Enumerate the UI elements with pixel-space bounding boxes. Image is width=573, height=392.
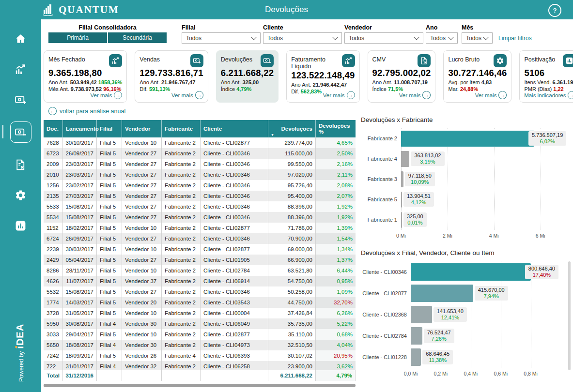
bar[interactable] — [401, 212, 402, 228]
card-more-link[interactable]: Ver mais → — [323, 91, 355, 99]
toggle-primaria[interactable]: Primária — [48, 32, 107, 43]
table-row[interactable]: 762830/10/2017Filial 5Vendedor 10Fabrica… — [44, 137, 356, 148]
col-filial[interactable]: Filial — [97, 120, 122, 137]
cell: Filial 5 — [97, 180, 122, 191]
horizontal-scrollbar[interactable] — [44, 384, 356, 387]
kpi-card-cmv[interactable]: CMV92.795.002,02Ano Ant. 11.008.707,19 Í… — [368, 50, 436, 103]
cell: 66.900,00 — [268, 255, 316, 265]
table-row[interactable]: 115218/02/2017Filial 5Vendedor 10Fabrica… — [44, 223, 356, 233]
table-row[interactable]: 177414/03/2017Filial 5Vendedor 20Fabrica… — [44, 297, 356, 308]
col-vendedor[interactable]: Vendedor — [122, 120, 162, 137]
bar[interactable] — [401, 171, 403, 187]
vendedor-dropdown[interactable]: Todos — [344, 32, 423, 44]
bar[interactable] — [411, 285, 473, 302]
table-row[interactable]: 201023/03/2017Filial 5Vendedor 27Fabrica… — [44, 169, 356, 180]
trend-icon[interactable] — [109, 54, 122, 67]
card-title: Faturamento Líquido — [291, 56, 341, 70]
table-row[interactable]: 125623/02/2017Filial 5Vendedor 27Fabrica… — [44, 180, 356, 191]
sidebar-item-devolucoes[interactable] — [10, 121, 31, 143]
clear-filters-link[interactable]: Limpar filtros — [498, 35, 532, 42]
table-body[interactable]: 762830/10/2017Filial 5Vendedor 10Fabrica… — [44, 137, 356, 370]
col-devolucoes[interactable]: ▼Devoluções — [268, 120, 316, 137]
doc-x-icon[interactable] — [418, 54, 431, 67]
table-row[interactable]: 303329/04/2017Filial 5Vendedor 10Fabrica… — [44, 329, 356, 340]
cell: 27/03/2017 — [63, 191, 97, 201]
back-to-annual-link[interactable]: ← voltar para análise anual — [48, 107, 125, 115]
table-row[interactable]: 553415/08/2017Filial 5Vendedor 27Fabrica… — [44, 212, 356, 223]
sidebar-item-cancelamentos[interactable] — [12, 156, 30, 173]
ano-dropdown[interactable]: Todos — [426, 32, 458, 44]
table-row[interactable]: 553315/08/2017Filial 5Vendedor 27Fabrica… — [44, 201, 356, 212]
table-row[interactable]: 372831/05/2017Filial 5Vendedor 10Fabrica… — [44, 308, 356, 318]
sale-minus-icon[interactable] — [261, 54, 274, 67]
kpi-card-lucro-bruto[interactable]: Lucro Bruto30.727.146,46Avg. por Item 4,… — [443, 50, 511, 103]
mes-dropdown[interactable]: Todos — [462, 32, 493, 44]
cliente-dropdown[interactable]: Todos — [263, 32, 342, 44]
sort-desc-icon[interactable]: ▼ — [271, 133, 274, 136]
cell: 37.426,84 — [268, 308, 316, 318]
cell: Fabricante 2 — [162, 265, 201, 276]
kpi-card-vendas[interactable]: Vendas129.733.816,71Ano Ant. 21.946.767,… — [135, 50, 208, 103]
cell: 35.735,00 — [268, 318, 316, 329]
cell: 6724 — [44, 233, 63, 244]
chevron-down-icon — [332, 34, 338, 40]
col-lancamento[interactable]: Lancamento — [63, 120, 97, 137]
kpi-card-devolu-es[interactable]: Devoluções6.211.668,22Ano Ant. 325,00 Ín… — [216, 50, 279, 103]
table-row[interactable]: 672426/09/2017Filial 5Vendedor 27Fabrica… — [44, 233, 356, 244]
kpi-card-faturamento-l-quido[interactable]: Faturamento Líquido123.522.148,49Ano Ant… — [286, 50, 359, 103]
card-more-link[interactable]: Ver mais → — [171, 91, 203, 99]
sale-plus-icon[interactable] — [190, 54, 203, 67]
card-more-link[interactable]: Ver mais → — [475, 91, 507, 99]
bar[interactable] — [411, 327, 422, 345]
table-row[interactable]: 672326/09/2017Filial 5Vendedor 27Fabrica… — [44, 148, 356, 159]
cell: Fabricante 2 — [162, 255, 201, 265]
bar[interactable] — [401, 131, 534, 147]
trend-icon[interactable] — [342, 54, 355, 67]
table-row[interactable]: 724218/09/2017Filial 5Vendedor 26Fabrica… — [44, 350, 356, 361]
cell: 30/03/2017 — [63, 244, 97, 255]
chevron-down-icon — [448, 34, 453, 40]
table-row[interactable]: 213527/03/2017Filial 5Vendedor 27Fabrica… — [44, 191, 356, 201]
sidebar-item-indicadores[interactable] — [12, 217, 30, 234]
card-more-link[interactable]: Mais indicadores → — [524, 91, 573, 99]
arrow-right-icon: → — [114, 91, 122, 99]
sidebar-item-home[interactable] — [12, 30, 30, 47]
card-metric-line: Ano Ant. 503.949,42 1858,36% — [48, 79, 122, 85]
gear-icon[interactable] — [494, 54, 507, 67]
sidebar-item-configuracoes[interactable] — [12, 186, 30, 204]
table-row[interactable]: 462611/07/2017Filial 5Vendedor 37Fabrica… — [44, 276, 356, 286]
vertical-scrollbar[interactable] — [568, 261, 571, 370]
card-more-link[interactable]: Ver mais → — [91, 91, 123, 99]
sidebar-item-vendas[interactable] — [12, 91, 30, 108]
table-row[interactable]: 565018/08/2017Filial 4Vendedor 30Fabrica… — [44, 340, 356, 350]
cell: Vendedor 27 — [122, 159, 162, 169]
col-fabricante[interactable]: Fabricante — [162, 120, 201, 137]
table-row[interactable]: 595030/08/2017Filial 4Vendedor 30Fabrica… — [44, 318, 356, 329]
bar[interactable] — [411, 348, 421, 366]
card-more-link[interactable]: Ver mais → — [399, 91, 431, 99]
help-icon[interactable]: ? — [548, 4, 561, 17]
bar-chart-icon[interactable] — [563, 54, 573, 67]
filial-dropdown[interactable]: Todos — [182, 32, 261, 44]
kpi-card-positiva-o[interactable]: Positivação5106Itens Vend. 6.361.190 PMR… — [519, 50, 573, 103]
table-row[interactable]: 242905/04/2017Filial 5Vendedor 27Fabrica… — [44, 255, 356, 265]
table-row[interactable]: 72231/01/2017Filial 4Vendedor 32Fabrican… — [44, 361, 356, 370]
cell: Filial 5 — [97, 244, 122, 255]
col-cliente[interactable]: Cliente — [201, 120, 268, 137]
bar[interactable] — [411, 263, 531, 281]
kpi-card-m-s-fechado[interactable]: Mês Fechado9.365.198,80Ano Ant. 503.949,… — [44, 50, 127, 103]
bar[interactable] — [401, 192, 402, 208]
table-row[interactable]: 223930/03/2017Filial 5Vendedor 10Fabrica… — [44, 244, 356, 255]
bar[interactable] — [401, 151, 409, 167]
table-row[interactable]: 828628/11/2017Filial 5Vendedor 10Fabrica… — [44, 265, 356, 276]
cell: Vendedor 26 — [122, 350, 162, 361]
col-devolucoes-pct[interactable]: Devoluções % — [316, 120, 356, 137]
cell: Filial 5 — [97, 276, 122, 286]
bar[interactable] — [411, 306, 432, 323]
sidebar-item-mes-fechado[interactable] — [12, 60, 30, 78]
table-row[interactable]: 200923/03/2017Filial 5Vendedor 27Fabrica… — [44, 159, 356, 169]
col-doc[interactable]: Doc. — [44, 120, 63, 137]
table-row[interactable]: 553215/08/2017Filial 5Vendedor 27Fabrica… — [44, 286, 356, 297]
cell: Cliente - CLI01905 — [201, 255, 268, 265]
toggle-secundaria[interactable]: Secundária — [108, 32, 167, 43]
